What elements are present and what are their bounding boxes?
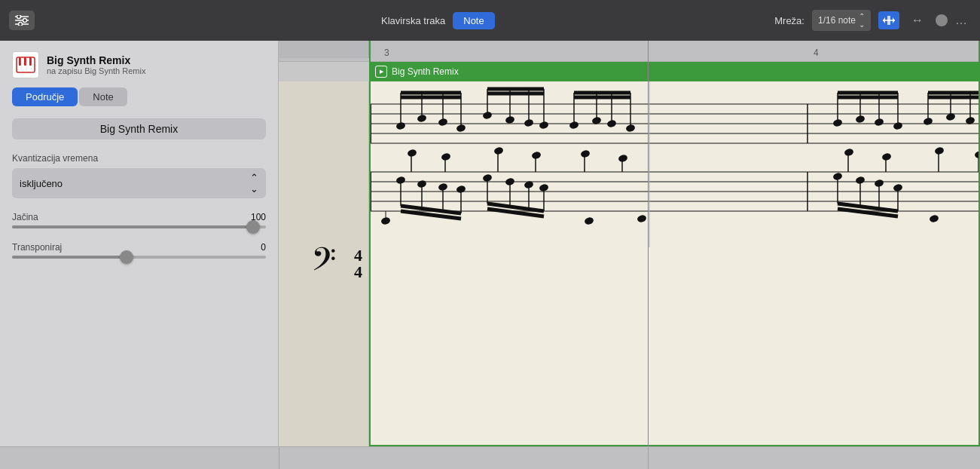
tab-podrucje[interactable]: Područje bbox=[12, 87, 78, 106]
staff-svg bbox=[371, 81, 980, 446]
grid-label: Mreža: bbox=[774, 15, 804, 26]
kvantizacija-dropdown[interactable]: isključeno ⌃⌄ bbox=[12, 168, 266, 198]
toolbar-right: Mreža: 1/16 note ⌃⌄ ↔ … bbox=[774, 10, 968, 31]
svg-point-117 bbox=[531, 151, 542, 160]
svg-point-125 bbox=[881, 152, 892, 161]
transponiraj-label: Transponiraj bbox=[12, 242, 62, 253]
region-subtitle: na zapisu Big Synth Remix bbox=[47, 66, 145, 75]
region-name-button[interactable]: Big Synth Remix bbox=[12, 118, 266, 139]
filter-button[interactable] bbox=[9, 11, 35, 30]
toolbar-more-dots[interactable]: … bbox=[955, 14, 968, 27]
svg-rect-12 bbox=[19, 57, 21, 66]
note-button[interactable]: Note bbox=[453, 12, 494, 29]
svg-point-113 bbox=[441, 152, 451, 161]
svg-point-49 bbox=[482, 111, 493, 120]
align-icon-btn[interactable] bbox=[878, 11, 899, 29]
svg-point-121 bbox=[618, 154, 628, 163]
ruler-num-3: 3 bbox=[384, 48, 389, 58]
svg-point-175 bbox=[929, 214, 939, 223]
jacina-row: Jačina 100 bbox=[12, 212, 266, 222]
svg-point-115 bbox=[493, 146, 504, 155]
left-panel: Big Synth Remix na zapisu Big Synth Remi… bbox=[0, 41, 279, 446]
svg-point-149 bbox=[438, 182, 448, 192]
svg-point-42 bbox=[456, 124, 466, 133]
svg-point-171 bbox=[832, 172, 843, 181]
svg-point-62 bbox=[625, 124, 636, 133]
score-area: 3 4 Big Synth Remix 𝄢 4 4 bbox=[279, 41, 980, 446]
tab-note[interactable]: Note bbox=[79, 87, 127, 106]
expand-icon-btn[interactable]: ↔ bbox=[907, 11, 928, 29]
expand-icon: ↔ bbox=[911, 14, 924, 27]
transponiraj-thumb[interactable] bbox=[120, 250, 133, 264]
score-ruler: 3 4 bbox=[279, 41, 980, 62]
jacina-fill bbox=[12, 225, 253, 228]
svg-rect-14 bbox=[29, 57, 32, 66]
staff-left-gutter: 𝄢 4 4 bbox=[279, 81, 369, 446]
bottom-divider-left bbox=[279, 447, 279, 469]
bottom-divider-right bbox=[648, 447, 649, 469]
svg-point-162 bbox=[539, 183, 549, 192]
svg-point-172 bbox=[855, 176, 866, 185]
bass-clef: 𝄢 bbox=[311, 242, 336, 285]
klavirska-traka-label: Klavirska traka bbox=[381, 15, 445, 26]
svg-point-5 bbox=[19, 23, 23, 26]
svg-point-160 bbox=[505, 177, 515, 186]
svg-point-41 bbox=[438, 118, 448, 127]
transponiraj-value: 0 bbox=[261, 242, 266, 253]
svg-point-147 bbox=[395, 176, 406, 185]
svg-point-71 bbox=[874, 118, 884, 127]
staff-paper: 𝄢 4 4 bbox=[279, 81, 980, 446]
tab-row: Područje Note bbox=[12, 87, 266, 106]
ruler-left-spacer bbox=[279, 41, 369, 58]
svg-point-50 bbox=[505, 115, 515, 124]
kvantizacija-value: isključeno bbox=[20, 178, 63, 189]
time-top: 4 bbox=[354, 247, 362, 264]
grid-chevron: ⌃⌄ bbox=[859, 12, 865, 29]
playhead-line bbox=[648, 41, 649, 446]
svg-point-173 bbox=[874, 179, 884, 188]
ruler-num-4: 4 bbox=[814, 48, 819, 58]
jacina-slider[interactable] bbox=[12, 225, 266, 228]
grid-value: 1/16 note bbox=[818, 15, 856, 26]
region-header: Big Synth Remix na zapisu Big Synth Remi… bbox=[12, 51, 266, 78]
grid-select[interactable]: 1/16 note ⌃⌄ bbox=[812, 10, 871, 31]
svg-point-61 bbox=[606, 119, 617, 128]
toolbar-circle[interactable] bbox=[936, 14, 948, 26]
staff-lines-area bbox=[369, 81, 980, 446]
svg-point-52 bbox=[539, 121, 549, 130]
svg-point-51 bbox=[524, 118, 534, 127]
kvantizacija-arrow: ⌃⌄ bbox=[250, 172, 258, 195]
region-bar-name: Big Synth Remix bbox=[392, 66, 459, 77]
region-info: Big Synth Remix na zapisu Big Synth Remi… bbox=[47, 54, 145, 75]
svg-point-123 bbox=[844, 148, 854, 157]
jacina-thumb[interactable] bbox=[246, 220, 260, 234]
svg-point-40 bbox=[417, 114, 427, 123]
time-bottom: 4 bbox=[354, 264, 362, 280]
svg-point-164 bbox=[637, 214, 647, 223]
svg-point-59 bbox=[569, 121, 579, 130]
region-play-icon bbox=[375, 66, 387, 78]
svg-point-79 bbox=[923, 117, 933, 126]
svg-point-3 bbox=[17, 15, 21, 19]
toolbar-center-left: Klavirska traka Note bbox=[381, 12, 495, 29]
svg-point-4 bbox=[23, 19, 27, 23]
svg-point-129 bbox=[974, 150, 980, 159]
svg-point-159 bbox=[482, 173, 493, 182]
svg-marker-7 bbox=[883, 17, 885, 23]
top-left-toolbar bbox=[0, 0, 369, 41]
transponiraj-slider[interactable] bbox=[12, 256, 266, 259]
svg-point-119 bbox=[580, 149, 591, 158]
region-title: Big Synth Remix bbox=[47, 54, 145, 66]
transponiraj-row: Transponiraj 0 bbox=[12, 242, 266, 253]
svg-point-70 bbox=[855, 115, 866, 124]
bottom-bar bbox=[0, 446, 980, 469]
svg-point-39 bbox=[395, 121, 406, 130]
svg-point-150 bbox=[456, 185, 466, 194]
region-icon bbox=[12, 51, 39, 78]
svg-point-148 bbox=[417, 179, 427, 189]
region-bar[interactable]: Big Synth Remix bbox=[369, 62, 980, 81]
clef-area: 𝄢 bbox=[311, 244, 336, 284]
svg-point-163 bbox=[584, 216, 594, 225]
svg-rect-13 bbox=[24, 57, 26, 66]
svg-point-69 bbox=[832, 118, 843, 127]
